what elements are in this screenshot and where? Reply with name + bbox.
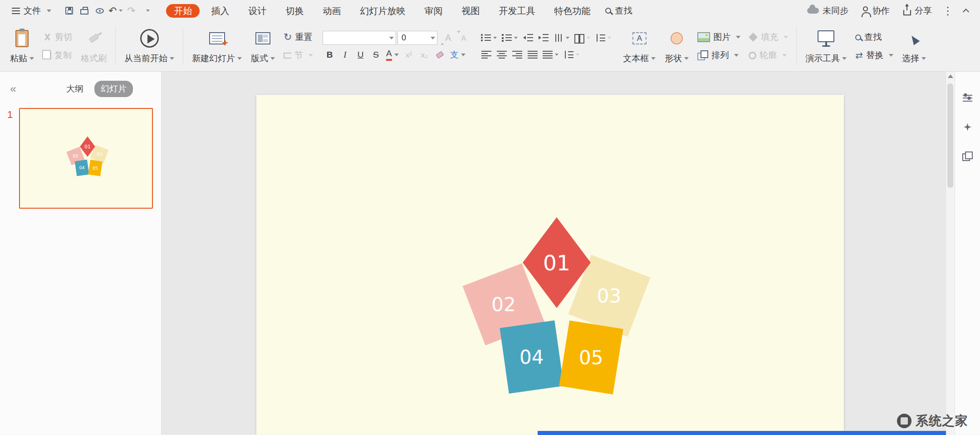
paragraph-settings-button[interactable]: [562, 48, 581, 62]
vertical-scrollbar[interactable]: [946, 72, 955, 435]
textbox-label: 文本框: [623, 53, 649, 64]
section-button[interactable]: 节: [280, 48, 316, 63]
slide-shape-05[interactable]: 05: [88, 160, 103, 176]
font-size-select[interactable]: [397, 31, 437, 45]
tab-features[interactable]: 特色功能: [546, 4, 598, 18]
decrease-indent-button[interactable]: [521, 31, 535, 45]
find-menu-button[interactable]: 查找: [601, 3, 637, 19]
section-label: 节: [294, 49, 303, 61]
redo-button[interactable]: [124, 4, 138, 18]
divider: [796, 28, 797, 65]
chevron-down-icon: [921, 57, 926, 60]
increase-indent-button[interactable]: [536, 31, 550, 45]
print-preview-button[interactable]: [93, 4, 107, 18]
copy-icon: [44, 52, 51, 59]
align-left-button[interactable]: [479, 48, 493, 62]
subscript-button[interactable]: [417, 48, 431, 62]
arrange-button[interactable]: 排列: [694, 48, 744, 63]
font-family-select[interactable]: [323, 31, 396, 45]
strikethrough-button[interactable]: S: [369, 48, 383, 62]
paste-button[interactable]: 粘贴: [5, 27, 39, 66]
collaborate-button[interactable]: 协作: [858, 3, 894, 19]
underline-button[interactable]: U: [353, 48, 368, 62]
font-family-input[interactable]: [323, 31, 387, 44]
tab-design[interactable]: 设计: [240, 4, 274, 18]
align-center-button[interactable]: [495, 48, 509, 62]
bullet-list-button[interactable]: [479, 31, 499, 45]
tab-outline[interactable]: 大纲: [60, 81, 90, 97]
scrollbar-thumb[interactable]: [947, 83, 953, 188]
collapse-panel-button[interactable]: [6, 82, 20, 96]
text-direction-button[interactable]: [552, 31, 571, 45]
share-label: 分享: [915, 5, 932, 17]
copy-button[interactable]: 复制: [39, 48, 75, 63]
horizontal-scrollbar[interactable]: [538, 431, 946, 435]
clear-format-button[interactable]: [433, 48, 447, 62]
properties-panel-button[interactable]: [960, 90, 976, 106]
sync-status-button[interactable]: 未同步: [803, 3, 853, 19]
objects-panel-button[interactable]: [960, 148, 976, 164]
slide-shape-label: 04: [79, 166, 85, 171]
layout-button[interactable]: 版式: [246, 27, 279, 66]
tab-label: 动画: [323, 6, 341, 16]
select-button[interactable]: 选择: [897, 27, 931, 66]
decrease-font-button[interactable]: [454, 31, 468, 45]
tab-view[interactable]: 视图: [454, 4, 487, 18]
print-button[interactable]: [78, 4, 91, 18]
tab-animation[interactable]: 动画: [315, 4, 348, 18]
collapse-ribbon-button[interactable]: [959, 4, 973, 18]
align-right-button[interactable]: [510, 48, 524, 62]
bold-button[interactable]: B: [323, 48, 337, 62]
play-from-current-button[interactable]: 从当前开始: [120, 27, 179, 66]
outline-button[interactable]: 轮廓: [745, 48, 791, 63]
columns-button[interactable]: [573, 31, 592, 45]
slide-thumbnail-content: 0102030405: [20, 109, 152, 208]
tab-devtools[interactable]: 开发工具: [491, 4, 543, 18]
fill-button[interactable]: 填充: [745, 30, 791, 44]
ribbon-tabs: 开始 插入 设计 切换 动画 幻灯片放映 审阅 视图 开发工具 特色功能: [166, 4, 598, 18]
reset-button[interactable]: 重置: [280, 30, 316, 44]
font-size-input[interactable]: [398, 31, 428, 44]
slide-shape-04[interactable]: 04: [500, 320, 564, 394]
italic-button[interactable]: I: [338, 48, 352, 62]
tab-home[interactable]: 开始: [166, 4, 200, 18]
numbered-list-button[interactable]: [500, 31, 519, 45]
save-button[interactable]: [62, 4, 76, 18]
justify-button[interactable]: [525, 48, 539, 62]
slide-thumbnail[interactable]: 0102030405: [19, 108, 153, 209]
new-slide-button[interactable]: 新建幻灯片: [187, 27, 246, 66]
beautify-panel-button[interactable]: [960, 119, 976, 135]
slide-shape-05[interactable]: 05: [559, 321, 623, 395]
paste-icon: [15, 30, 29, 47]
replace-button[interactable]: 替换: [852, 48, 897, 63]
undo-button[interactable]: [108, 4, 122, 18]
font-color-button[interactable]: [384, 48, 401, 62]
tab-slideshow[interactable]: 幻灯片放映: [352, 4, 413, 18]
tab-insert[interactable]: 插入: [203, 4, 237, 18]
format-painter-button[interactable]: 格式刷: [76, 27, 111, 66]
find-button[interactable]: 查找: [852, 30, 897, 44]
more-options-button[interactable]: [941, 4, 955, 18]
picture-button[interactable]: 图片: [694, 30, 744, 44]
chevron-down-icon: [394, 54, 399, 56]
slide[interactable]: 0102030405: [256, 95, 844, 435]
line-spacing-button[interactable]: [593, 31, 613, 45]
shapes-button[interactable]: 形状: [660, 27, 693, 66]
textbox-button[interactable]: 文本框: [618, 27, 660, 66]
distribute-button[interactable]: [541, 48, 560, 62]
share-button[interactable]: 分享: [899, 3, 936, 19]
superscript-button[interactable]: [402, 48, 416, 62]
tab-transition[interactable]: 切换: [278, 4, 311, 18]
customize-toolbar-button[interactable]: [140, 4, 153, 18]
tab-review[interactable]: 审阅: [416, 4, 450, 18]
file-menu[interactable]: 文件: [7, 3, 56, 19]
text-tool-button[interactable]: 支: [448, 48, 467, 62]
cut-button[interactable]: 剪切: [39, 30, 75, 44]
tab-slides[interactable]: 幻灯片: [94, 81, 133, 97]
presentation-tools-button[interactable]: 演示工具: [801, 27, 851, 66]
replace-icon: [855, 50, 863, 61]
increase-font-button[interactable]: [439, 31, 453, 45]
editor-canvas[interactable]: 0102030405: [162, 72, 946, 435]
scroll-up-button[interactable]: [948, 74, 953, 78]
slide-shape-04[interactable]: 04: [75, 160, 89, 176]
